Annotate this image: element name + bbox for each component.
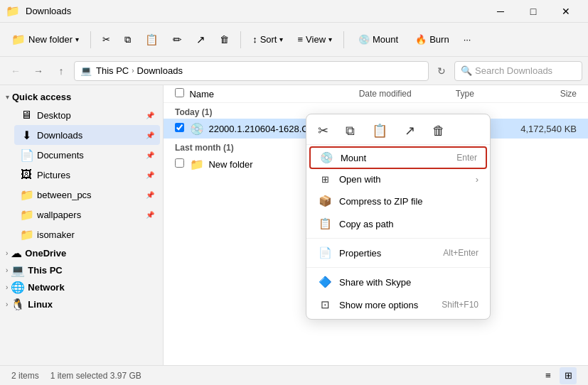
pictures-label: Pictures — [37, 170, 141, 180]
sidebar-item-desktop[interactable]: 🖥 Desktop 📌 — [14, 105, 160, 125]
back-button[interactable]: ← — [6, 61, 26, 81]
thispc-icon: 💻 — [11, 264, 25, 277]
context-menu-toolbar: ✂ ⧉ 📋 ↗ 🗑 — [306, 117, 490, 145]
paste-icon: 📋 — [145, 33, 159, 46]
toolbar: 📁 New folder ▾ ✂ ⧉ 📋 ✏ ↗ 🗑 ↕ Sort ▾ ≡ Vi… — [0, 23, 588, 57]
context-menu-item-copy-path[interactable]: 📋 Copy as path — [306, 212, 490, 235]
minimize-button[interactable]: ─ — [484, 0, 517, 23]
sort-button[interactable]: ↕ Sort ▾ — [247, 27, 289, 53]
documents-label: Documents — [37, 150, 141, 161]
linux-chevron: › — [6, 300, 8, 308]
downloads-label: Downloads — [37, 130, 141, 141]
close-button[interactable]: ✕ — [550, 0, 582, 23]
ctx-share-button[interactable]: ↗ — [402, 121, 418, 140]
mount-ctx-icon: 💿 — [319, 151, 333, 164]
sidebar-item-isomaker[interactable]: 📁 isomaker — [14, 224, 160, 244]
context-menu-item-mount[interactable]: 💿 Mount Enter — [309, 146, 487, 169]
ctx-delete-button[interactable]: 🗑 — [429, 122, 448, 140]
sidebar-item-downloads[interactable]: ⬇ Downloads 📌 — [14, 125, 160, 145]
more-options-icon: ⊡ — [318, 298, 332, 311]
between-pcs-label: between_pcs — [37, 190, 141, 200]
skype-label: Share with Skype — [339, 277, 479, 288]
view-button[interactable]: ≡ View ▾ — [292, 27, 338, 53]
sidebar-group-quick-access[interactable]: ▾ Quick access — [0, 88, 163, 105]
open-with-label: Open with — [339, 174, 469, 185]
tiles-view-button[interactable]: ⊞ — [560, 367, 577, 384]
more-button[interactable]: ··· — [458, 27, 477, 53]
refresh-button[interactable]: ↻ — [432, 61, 451, 81]
view-icon: ≡ — [297, 34, 303, 45]
status-bar: 2 items 1 item selected 3.97 GB ≡ ⊞ — [0, 365, 588, 385]
sidebar-item-wallpapers[interactable]: 📁 wallpapers 📌 — [14, 205, 160, 224]
more-options-shortcut: Shift+F10 — [442, 300, 479, 310]
cut-button[interactable]: ✂ — [97, 27, 116, 53]
maximize-button[interactable]: □ — [517, 0, 550, 23]
context-menu-separator-2 — [306, 267, 490, 268]
sidebar-item-pictures[interactable]: 🖼 Pictures 📌 — [14, 165, 160, 185]
address-this-pc: This PC — [96, 65, 129, 76]
ctx-copy-button[interactable]: ⧉ — [343, 122, 358, 140]
sidebar: ▾ Quick access 🖥 Desktop 📌 ⬇ Downloads 📌… — [0, 85, 164, 365]
onedrive-label: OneDrive — [25, 248, 66, 259]
ctx-paste-button[interactable]: 📋 — [369, 121, 390, 140]
context-menu-item-compress[interactable]: 📦 Compress to ZIP file — [306, 190, 490, 212]
forward-button[interactable]: → — [28, 61, 48, 81]
sidebar-group-thispc[interactable]: › 💻 This PC — [0, 261, 163, 278]
burn-label: Burn — [429, 34, 449, 45]
sort-label: Sort — [260, 34, 277, 45]
share-button[interactable]: ↗ — [191, 27, 211, 53]
search-box[interactable]: 🔍 Search Downloads — [454, 61, 582, 81]
more-options-label: Show more options — [339, 300, 434, 310]
sidebar-group-onedrive[interactable]: › ☁ OneDrive — [0, 244, 163, 261]
context-menu-item-properties[interactable]: 📄 Properties Alt+Enter — [306, 242, 490, 264]
address-chevron-1: › — [132, 67, 134, 75]
compress-icon: 📦 — [318, 195, 332, 207]
view-toggle-buttons: ≡ ⊞ — [540, 367, 577, 384]
context-menu-overlay[interactable]: ✂ ⧉ 📋 ↗ 🗑 💿 Mount Enter ⊞ Open with › — [164, 85, 588, 365]
sidebar-group-network[interactable]: › 🌐 Network — [0, 278, 163, 295]
view-label: View — [306, 34, 326, 45]
new-folder-chevron: ▾ — [75, 36, 79, 43]
desktop-pin: 📌 — [146, 112, 154, 119]
rename-button[interactable]: ✏ — [167, 27, 188, 53]
compress-label: Compress to ZIP file — [339, 196, 479, 207]
context-menu-item-open-with[interactable]: ⊞ Open with › — [306, 169, 490, 190]
wallpapers-icon: 📁 — [20, 208, 33, 222]
downloads-pin: 📌 — [146, 131, 154, 139]
skype-icon: 🔷 — [318, 276, 332, 288]
new-folder-icon: 📁 — [11, 33, 26, 46]
details-view-button[interactable]: ≡ — [540, 367, 557, 384]
documents-pin: 📌 — [146, 151, 154, 159]
sidebar-item-between-pcs[interactable]: 📁 between_pcs 📌 — [14, 185, 160, 205]
delete-button[interactable]: 🗑 — [214, 27, 235, 53]
context-menu-item-more-options[interactable]: ⊡ Show more options Shift+F10 — [306, 293, 490, 316]
address-input[interactable]: 💻 This PC › Downloads — [74, 61, 429, 81]
network-label: Network — [28, 282, 64, 293]
isomaker-label: isomaker — [37, 229, 154, 240]
search-icon: 🔍 — [461, 65, 472, 76]
rename-icon: ✏ — [173, 33, 182, 46]
properties-label: Properties — [339, 248, 436, 259]
sidebar-item-documents[interactable]: 📄 Documents 📌 — [14, 145, 160, 165]
open-with-arrow: › — [476, 174, 479, 185]
up-button[interactable]: ↑ — [51, 61, 71, 81]
ctx-cut-button[interactable]: ✂ — [315, 121, 331, 140]
new-folder-button[interactable]: 📁 New folder ▾ — [6, 27, 85, 53]
item-count: 2 items — [11, 371, 39, 381]
context-menu-item-skype[interactable]: 🔷 Share with Skype — [306, 271, 490, 293]
copy-button[interactable]: ⧉ — [119, 27, 137, 53]
search-placeholder: Search Downloads — [475, 65, 552, 76]
mount-button[interactable]: 💿 Mount — [350, 27, 407, 53]
delete-icon: 🗑 — [220, 34, 229, 45]
sidebar-group-linux[interactable]: › 🐧 Linux — [0, 295, 163, 313]
paste-button[interactable]: 📋 — [139, 27, 164, 53]
network-chevron: › — [6, 283, 8, 291]
title-bar-title: Downloads — [26, 6, 479, 16]
quick-access-chevron: ▾ — [6, 93, 9, 101]
open-with-icon: ⊞ — [318, 174, 332, 185]
between-pcs-icon: 📁 — [20, 188, 33, 202]
burn-button[interactable]: 🔥 Burn — [410, 27, 454, 53]
view-chevron: ▾ — [328, 36, 332, 43]
mount-ctx-shortcut: Enter — [456, 153, 477, 163]
properties-icon: 📄 — [318, 246, 332, 259]
